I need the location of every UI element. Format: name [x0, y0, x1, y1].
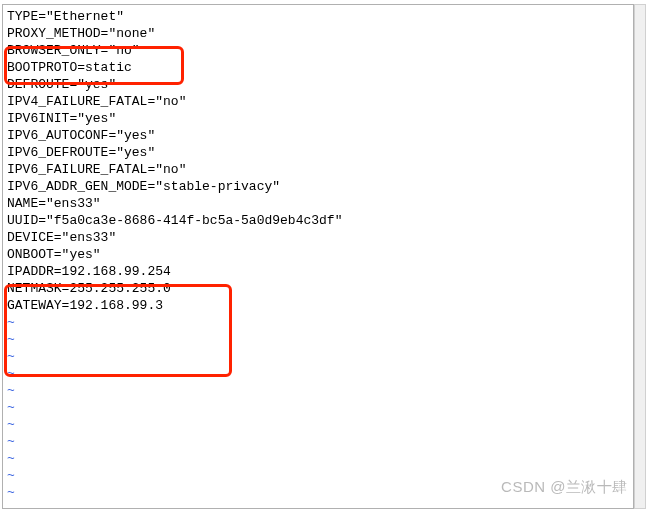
config-content: TYPE="Ethernet"PROXY_METHOD="none"BROWSE…	[7, 8, 629, 501]
empty-line-tilde: ~	[7, 450, 629, 467]
empty-line-tilde: ~	[7, 331, 629, 348]
editor-viewport[interactable]: TYPE="Ethernet"PROXY_METHOD="none"BROWSE…	[2, 4, 634, 509]
config-line[interactable]: DEVICE="ens33"	[7, 229, 629, 246]
empty-line-tilde: ~	[7, 365, 629, 382]
config-line[interactable]: IPV6_DEFROUTE="yes"	[7, 144, 629, 161]
config-line[interactable]: BROWSER_ONLY="no"	[7, 42, 629, 59]
config-line[interactable]: PROXY_METHOD="none"	[7, 25, 629, 42]
watermark-text: CSDN @兰湫十肆	[501, 478, 628, 495]
config-line[interactable]: DEFROUTE="yes"	[7, 76, 629, 93]
empty-line-tilde: ~	[7, 433, 629, 450]
empty-line-tilde: ~	[7, 314, 629, 331]
config-line[interactable]: BOOTPROTO=static	[7, 59, 629, 76]
empty-line-tilde: ~	[7, 348, 629, 365]
empty-line-tilde: ~	[7, 399, 629, 416]
config-line[interactable]: NETMASK=255.255.255.0	[7, 280, 629, 297]
config-line[interactable]: IPV6_FAILURE_FATAL="no"	[7, 161, 629, 178]
empty-line-tilde: ~	[7, 382, 629, 399]
empty-line-tilde: ~	[7, 416, 629, 433]
config-line[interactable]: IPADDR=192.168.99.254	[7, 263, 629, 280]
config-line[interactable]: IPV6_ADDR_GEN_MODE="stable-privacy"	[7, 178, 629, 195]
config-line[interactable]: IPV4_FAILURE_FATAL="no"	[7, 93, 629, 110]
config-line[interactable]: NAME="ens33"	[7, 195, 629, 212]
config-line[interactable]: IPV6_AUTOCONF="yes"	[7, 127, 629, 144]
config-line[interactable]: GATEWAY=192.168.99.3	[7, 297, 629, 314]
config-line[interactable]: IPV6INIT="yes"	[7, 110, 629, 127]
config-line[interactable]: UUID="f5a0ca3e-8686-414f-bc5a-5a0d9eb4c3…	[7, 212, 629, 229]
vertical-scrollbar[interactable]	[634, 4, 646, 509]
config-line[interactable]: TYPE="Ethernet"	[7, 8, 629, 25]
config-line[interactable]: ONBOOT="yes"	[7, 246, 629, 263]
